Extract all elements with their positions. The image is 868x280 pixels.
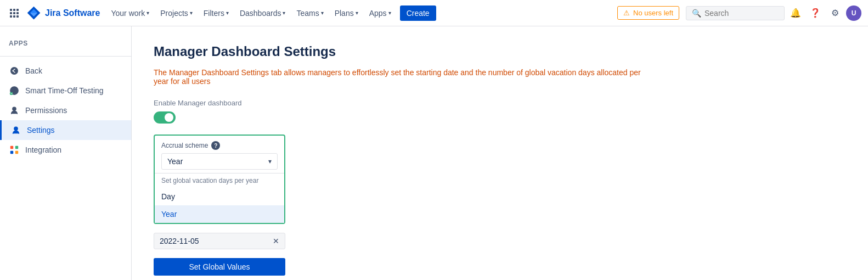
svg-rect-15 (15, 146, 18, 149)
set-global-values-button[interactable]: Set Global Values (154, 258, 285, 276)
toggle-slider (154, 111, 176, 124)
sidebar-item-integration-label: Integration (25, 145, 61, 154)
accrual-header: Accrual scheme ? Year ▾ (155, 136, 284, 173)
no-users-alert[interactable]: ⚠ No users left (617, 6, 679, 20)
chevron-icon: ▾ (321, 10, 324, 16)
svg-rect-3 (10, 12, 12, 14)
grid-icon[interactable] (7, 5, 22, 21)
settings-button[interactable]: ⚙ (826, 4, 844, 22)
sidebar-item-back-label: Back (25, 66, 42, 75)
chevron-icon: ▾ (190, 10, 193, 16)
sidebar-item-back[interactable]: Back (0, 61, 131, 81)
below-card: 2022-11-05 ✕ Set Global Values (154, 233, 472, 276)
sidebar-divider (0, 56, 131, 57)
search-input[interactable] (704, 9, 779, 18)
svg-point-11 (10, 92, 13, 95)
dropdown-option-day[interactable]: Day (155, 188, 284, 205)
nav-plans[interactable]: Plans ▾ (330, 0, 363, 26)
accrual-label-row: Accrual scheme ? (161, 141, 278, 150)
date-row: 2022-11-05 ✕ (154, 233, 472, 249)
enable-label: Enable Manager dashboard (154, 99, 472, 107)
svg-rect-1 (13, 9, 15, 11)
accrual-label: Accrual scheme (161, 142, 208, 149)
logo-text: Jira Software (45, 8, 100, 18)
search-box[interactable]: 🔍 (686, 6, 785, 20)
search-icon: 🔍 (692, 9, 701, 18)
notifications-button[interactable]: 🔔 (787, 4, 804, 22)
nav-your-work[interactable]: Your work ▾ (106, 0, 154, 26)
sidebar-item-settings-label: Settings (27, 126, 55, 135)
svg-rect-7 (13, 15, 15, 18)
svg-point-9 (10, 67, 18, 75)
svg-rect-5 (16, 12, 19, 14)
permissions-icon (9, 105, 20, 116)
create-button[interactable]: Create (400, 5, 436, 21)
sidebar-item-permissions[interactable]: Permissions (0, 100, 131, 120)
toggle-wrap (154, 111, 472, 124)
select-value: Year (167, 157, 183, 166)
svg-rect-6 (10, 15, 12, 18)
enable-toggle[interactable] (154, 111, 176, 124)
chevron-icon: ▾ (283, 10, 285, 16)
svg-rect-2 (16, 9, 19, 11)
chevron-icon: ▾ (356, 10, 358, 16)
logo[interactable]: Jira Software (26, 5, 100, 21)
sidebar-item-smart-time-off-label: Smart Time-Off Testing (25, 86, 104, 95)
date-value: 2022-11-05 (160, 237, 199, 245)
nav-filters[interactable]: Filters ▾ (199, 0, 233, 26)
chevron-icon: ▾ (226, 10, 229, 16)
nav-projects[interactable]: Projects ▾ (156, 0, 197, 26)
svg-point-13 (14, 127, 18, 130)
nav-dashboards[interactable]: Dashboards ▾ (235, 0, 290, 26)
help-icon[interactable]: ? (211, 141, 220, 150)
page-description: The Manager Dashboard Settings tab allow… (154, 68, 647, 86)
sidebar-item-settings[interactable]: Settings (0, 120, 131, 140)
nav-apps[interactable]: Apps ▾ (365, 0, 396, 26)
form-section: Enable Manager dashboard Accrual scheme … (154, 99, 472, 276)
svg-rect-4 (13, 12, 15, 14)
svg-rect-8 (16, 15, 19, 18)
avatar[interactable]: U (846, 5, 861, 21)
dropdown-list: Set global vacation days per year Day Ye… (155, 173, 284, 223)
nav-teams[interactable]: Teams ▾ (292, 0, 328, 26)
help-button[interactable]: ❓ (807, 4, 824, 22)
integration-icon (9, 144, 20, 155)
date-input-box[interactable]: 2022-11-05 ✕ (154, 233, 285, 249)
top-navigation: Jira Software Your work ▾ Projects ▾ Fil… (0, 0, 868, 26)
svg-point-12 (13, 107, 16, 110)
main-layout: Apps Back Smart Time-Off T (0, 26, 868, 280)
svg-rect-16 (10, 151, 13, 154)
chevron-icon: ▾ (146, 10, 149, 16)
accrual-dropdown-card: Accrual scheme ? Year ▾ Set global vacat… (154, 135, 285, 224)
page-title: Manager Dashboard Settings (154, 44, 846, 59)
svg-rect-14 (10, 146, 13, 149)
dropdown-option-year[interactable]: Year (155, 205, 284, 223)
dropdown-hint: Set global vacation days per year (155, 173, 284, 188)
sidebar-item-integration[interactable]: Integration (0, 140, 131, 160)
sidebar-section-label: Apps (0, 35, 131, 52)
sidebar: Apps Back Smart Time-Off T (0, 26, 132, 280)
select-control[interactable]: Year ▾ (161, 153, 278, 170)
chevron-down-icon: ▾ (268, 158, 272, 165)
warning-icon: ⚠ (623, 9, 630, 17)
sidebar-item-smart-time-off[interactable]: Smart Time-Off Testing (0, 81, 131, 100)
svg-rect-0 (10, 9, 12, 11)
settings-icon (10, 125, 21, 136)
chevron-icon: ▾ (388, 10, 391, 16)
main-content: Manager Dashboard Settings The Manager D… (132, 26, 868, 280)
back-icon (9, 65, 20, 76)
svg-rect-17 (15, 151, 18, 154)
clock-icon (9, 85, 20, 96)
sidebar-item-permissions-label: Permissions (25, 106, 67, 115)
clear-icon[interactable]: ✕ (273, 237, 279, 245)
